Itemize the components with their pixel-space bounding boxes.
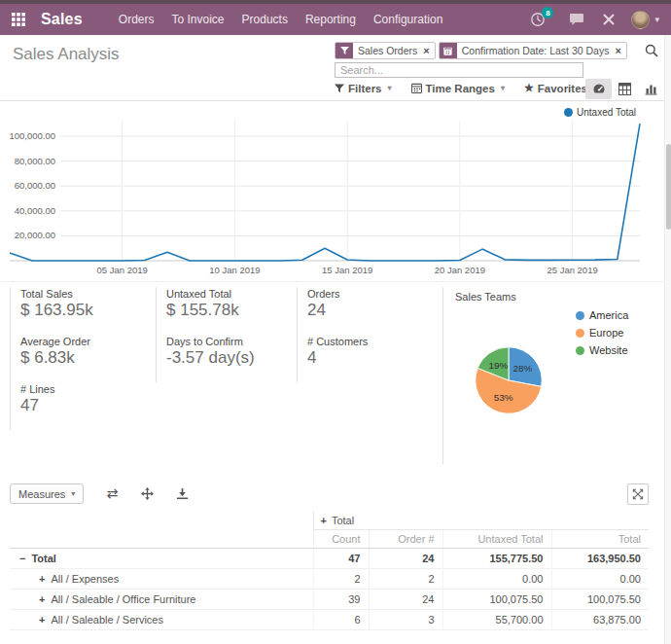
column-group-total[interactable]: +Total <box>313 512 649 530</box>
pie-title: Sales Teams <box>455 291 662 303</box>
menu-configuration[interactable]: Configuration <box>365 4 451 35</box>
svg-text:60,000.00: 60,000.00 <box>15 180 55 191</box>
expand-icon[interactable]: + <box>321 515 327 526</box>
bar-chart-icon <box>645 83 657 95</box>
menu-reporting[interactable]: Reporting <box>297 4 365 35</box>
kpi-lines: # Lines 47 <box>10 382 156 430</box>
expand-icon[interactable]: + <box>39 614 45 626</box>
user-menu-caret-icon[interactable]: ▾ <box>654 15 659 24</box>
svg-text:05 Jan 2019: 05 Jan 2019 <box>97 265 148 275</box>
user-avatar[interactable] <box>631 11 650 29</box>
expand-all-icon[interactable] <box>141 487 154 500</box>
pivot-row-services: +All / Saleable / Services 6 3 55,700.00… <box>10 610 649 630</box>
calendar-icon <box>411 83 422 93</box>
pie-legend: America Europe Website <box>576 309 628 362</box>
star-icon: ★ <box>524 82 534 94</box>
main-menu: Orders To Invoice Products Reporting Con… <box>110 4 452 35</box>
svg-text:20 Jan 2019: 20 Jan 2019 <box>435 265 485 275</box>
svg-text:53%: 53% <box>494 392 513 403</box>
facet-sales-orders[interactable]: Sales Orders × <box>335 42 436 59</box>
flip-axis-icon[interactable]: ⇄ <box>107 485 119 501</box>
menu-products[interactable]: Products <box>233 4 297 35</box>
col-header-total[interactable]: Total <box>551 530 649 549</box>
control-panel: Sales Analysis Sales Orders × Confirmati… <box>0 35 671 101</box>
view-switcher <box>585 79 664 99</box>
kpi-customers: # Customers 4 <box>297 335 442 382</box>
kpi-total-sales: Total Sales $ 163.95k <box>10 287 156 335</box>
svg-text:25 Jan 2019: 25 Jan 2019 <box>547 265 597 275</box>
page-scrollbar-thumb[interactable] <box>666 144 671 230</box>
calendar-icon <box>440 43 457 58</box>
activities-clock-icon[interactable]: 8 <box>530 12 546 27</box>
collapse-icon[interactable]: − <box>19 553 25 564</box>
pivot-view-button[interactable] <box>612 79 638 99</box>
expand-icon[interactable]: + <box>39 593 45 605</box>
fullscreen-button[interactable] <box>627 483 649 505</box>
graph-view-button[interactable] <box>638 79 664 99</box>
pivot-row-expenses: +All / Expenses 2 2 0.00 0.00 <box>10 569 649 590</box>
legend-europe[interactable]: Europe <box>576 327 628 339</box>
line-chart-canvas: 20,000.0040,000.0060,000.0080,000.00100,… <box>0 107 671 280</box>
activity-count-badge: 8 <box>542 7 553 18</box>
time-ranges-button[interactable]: Time Ranges▾ <box>411 82 505 94</box>
kpi-average-order: Average Order $ 6.83k <box>10 335 156 382</box>
untaxed-total-line-chart: 20,000.0040,000.0060,000.0080,000.00100,… <box>0 107 671 280</box>
kpi-grid: Total Sales $ 163.95k Untaxed Total $ 15… <box>10 287 442 430</box>
sales-teams-section: Sales Teams 28%53%19% America Europe Web… <box>442 287 662 464</box>
kpi-days-to-confirm: Days to Confirm -3.57 day(s) <box>156 335 297 382</box>
menu-to-invoice[interactable]: To Invoice <box>163 4 233 35</box>
legend-dot <box>576 311 584 320</box>
main-navbar: Sales Orders To Invoice Products Reporti… <box>0 4 671 35</box>
svg-text:80,000.00: 80,000.00 <box>15 156 55 166</box>
facet-remove-icon[interactable]: × <box>422 43 434 58</box>
legend-dot <box>576 329 584 338</box>
col-header-order[interactable]: Order # <box>369 530 442 549</box>
col-header-count[interactable]: Count <box>313 530 369 549</box>
table-grid-icon <box>618 83 631 95</box>
row-label[interactable]: +All / Saleable / Services <box>10 610 313 630</box>
expand-arrows-icon <box>632 488 644 500</box>
messages-icon[interactable] <box>569 13 584 26</box>
app-title[interactable]: Sales <box>41 11 83 28</box>
row-label[interactable]: +All / Expenses <box>10 569 313 590</box>
page-title: Sales Analysis <box>13 45 120 64</box>
svg-text:40,000.00: 40,000.00 <box>15 205 55 216</box>
row-label[interactable]: −Total <box>10 549 313 569</box>
filters-button[interactable]: Filters▾ <box>335 82 392 94</box>
filter-funnel-icon <box>335 84 344 93</box>
search-icon[interactable] <box>645 44 658 61</box>
row-label[interactable]: +All / Saleable / Office Furniture <box>10 590 313 610</box>
systray: 8 ▾ <box>530 11 671 29</box>
legend-website[interactable]: Website <box>576 344 628 356</box>
svg-text:10 Jan 2019: 10 Jan 2019 <box>209 265 260 275</box>
measures-button[interactable]: Measures▾ <box>10 483 84 504</box>
facet-remove-icon[interactable]: × <box>614 43 625 58</box>
kpi-orders: Orders 24 <box>297 287 442 335</box>
dashboard-view-button[interactable] <box>585 79 612 99</box>
pivot-row-total: −Total 47 24 155,775.50 163,950.50 <box>10 549 649 569</box>
facet-confirmation-date[interactable]: Confirmation Date: Last 30 Days × <box>439 42 627 59</box>
expand-icon[interactable]: + <box>39 573 45 585</box>
download-icon[interactable] <box>176 487 189 500</box>
svg-text:100,000.00: 100,000.00 <box>9 130 55 141</box>
col-header-untaxed-total[interactable]: Untaxed Total <box>442 530 551 549</box>
menu-orders[interactable]: Orders <box>110 4 163 35</box>
legend-untaxed-total[interactable]: Untaxed Total <box>564 107 636 118</box>
debug-tools-icon[interactable] <box>602 13 616 26</box>
pivot-row-office-furniture: +All / Saleable / Office Furniture 39 24… <box>10 590 649 610</box>
search-input[interactable] <box>335 62 583 78</box>
section-divider <box>0 281 671 282</box>
svg-text:19%: 19% <box>489 360 509 371</box>
page-scrollbar-track <box>664 35 671 644</box>
legend-dot <box>576 346 584 355</box>
apps-grid-icon[interactable] <box>12 13 25 26</box>
tachometer-icon <box>592 83 606 96</box>
search-facets: Sales Orders × Confirmation Date: Last 3… <box>335 42 627 59</box>
svg-text:28%: 28% <box>513 363 533 374</box>
svg-text:15 Jan 2019: 15 Jan 2019 <box>322 265 372 275</box>
odoo-window: Sales Orders To Invoice Products Reporti… <box>0 0 671 644</box>
pivot-table: +Total Count Order # Untaxed Total Total… <box>10 512 649 630</box>
legend-dot <box>564 108 573 117</box>
legend-america[interactable]: America <box>576 309 628 321</box>
kpi-untaxed-total: Untaxed Total $ 155.78k <box>156 287 297 335</box>
